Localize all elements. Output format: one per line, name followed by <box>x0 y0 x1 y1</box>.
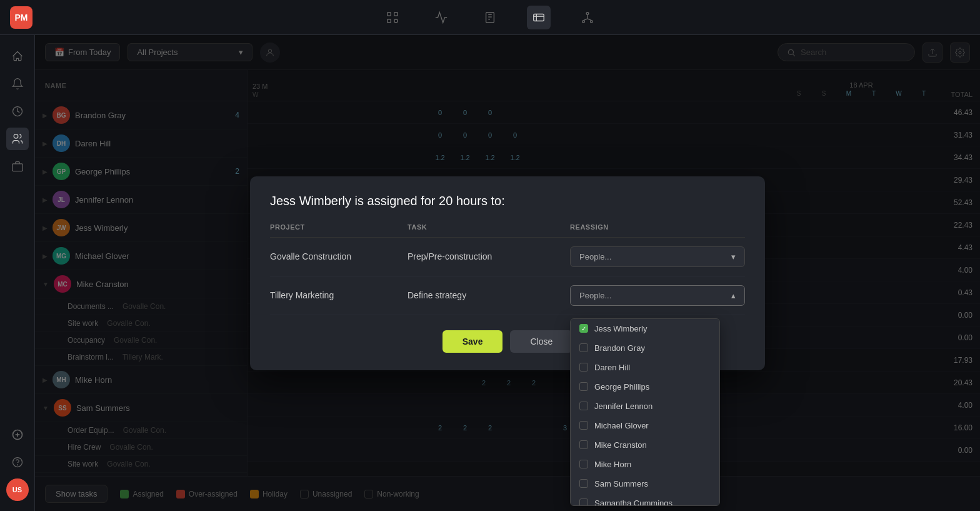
svg-point-23 <box>12 458 22 467</box>
dropdown-person-name: Samantha Cummings <box>594 498 672 506</box>
modal-reassign-1: People... ▾ <box>570 237 745 276</box>
svg-rect-2 <box>388 19 391 23</box>
checkbox-brandon[interactable] <box>579 343 588 352</box>
link-nav-icon[interactable] <box>527 6 551 29</box>
checkbox-michael[interactable] <box>579 421 588 430</box>
svg-line-16 <box>588 18 591 20</box>
modal-row-govalle: Govalle Construction Prep/Pre-constructi… <box>270 237 745 276</box>
svg-point-24 <box>17 465 18 465</box>
svg-rect-19 <box>12 164 22 171</box>
people-dropdown-1[interactable]: People... ▾ <box>570 246 745 267</box>
modal-row-tillery: Tillery Marketing Define strategy People… <box>270 276 745 315</box>
dropdown-item-brandon[interactable]: Brandon Gray <box>571 338 719 358</box>
chevron-up-icon: ▴ <box>731 291 736 300</box>
task-header: TASK <box>408 223 570 238</box>
checkbox-mikec[interactable] <box>579 440 588 449</box>
dropdown-item-daren[interactable]: Daren Hill <box>571 358 719 377</box>
dropdown-item-george[interactable]: George Phillips <box>571 377 719 397</box>
svg-point-18 <box>14 134 18 139</box>
people-dropdown-list: ✓ Jess Wimberly Brandon Gray <box>570 318 720 506</box>
clipboard-nav-icon[interactable] <box>478 6 502 29</box>
checkbox-jess[interactable]: ✓ <box>579 324 588 333</box>
dropdown-item-mikeh[interactable]: Mike Horn <box>571 455 719 474</box>
scan-nav-icon[interactable] <box>381 6 404 29</box>
modal-overlay[interactable]: Jess Wimberly is assigned for 20 hours t… <box>35 35 980 511</box>
modal-table: PROJECT TASK REASSIGN Govalle Constructi… <box>270 223 745 315</box>
content-area: 📅 From Today All Projects ▾ <box>35 35 980 511</box>
structure-nav-icon[interactable] <box>576 6 599 29</box>
svg-rect-4 <box>486 12 494 23</box>
checkbox-jennifer[interactable] <box>579 402 588 410</box>
people-dropdown-2[interactable]: People... ▴ <box>570 285 745 306</box>
close-button[interactable]: Close <box>510 330 572 353</box>
modal-project-1: Govalle Construction <box>270 237 408 276</box>
dropdown-person-name: Daren Hill <box>594 363 630 372</box>
checkbox-sam[interactable] <box>579 479 588 488</box>
svg-rect-0 <box>388 12 391 16</box>
sidebar-icons: US <box>0 35 35 511</box>
sidebar-home-icon[interactable] <box>6 45 29 68</box>
sidebar-briefcase-icon[interactable] <box>6 155 29 178</box>
sidebar-avatar[interactable]: US <box>6 478 29 501</box>
dropdown-person-name: Sam Summers <box>594 479 648 488</box>
dropdown-label-1: People... <box>579 252 611 261</box>
dropdown-item-sam[interactable]: Sam Summers <box>571 474 719 493</box>
chevron-down-icon: ▾ <box>731 252 736 261</box>
dropdown-person-name: Mike Cranston <box>594 440 647 450</box>
sidebar-add-icon[interactable] <box>6 423 29 446</box>
checkbox-daren[interactable] <box>579 363 588 372</box>
dropdown-item-jess[interactable]: ✓ Jess Wimberly <box>571 319 719 338</box>
dropdown-person-name: Michael Glover <box>594 421 649 430</box>
analytics-nav-icon[interactable] <box>429 6 453 29</box>
checkbox-samantha[interactable] <box>579 498 588 506</box>
dropdown-person-name: Jess Wimberly <box>594 324 648 333</box>
dropdown-person-name: Brandon Gray <box>594 343 645 353</box>
checkbox-george[interactable] <box>579 382 588 391</box>
modal-project-2: Tillery Marketing <box>270 276 408 315</box>
sidebar-people-icon[interactable] <box>6 128 29 150</box>
svg-point-13 <box>591 20 593 23</box>
main-layout: US 📅 From Today All Projects ▾ <box>0 35 980 511</box>
svg-point-3 <box>394 19 398 23</box>
svg-point-11 <box>586 12 589 14</box>
svg-rect-1 <box>394 12 398 16</box>
modal-task-1: Prep/Pre-construction <box>408 237 570 276</box>
dropdown-person-name: Mike Horn <box>594 460 631 469</box>
modal-task-2: Define strategy <box>408 276 570 315</box>
dropdown-person-name: Jennifer Lennon <box>594 402 652 411</box>
modal-reassign-2: People... ▴ ✓ Jess Wimberly <box>570 276 745 315</box>
project-header: PROJECT <box>270 223 408 238</box>
dropdown-item-michael[interactable]: Michael Glover <box>571 416 719 435</box>
app-logo[interactable]: PM <box>10 6 32 29</box>
sidebar-notifications-icon[interactable] <box>6 73 29 95</box>
checkbox-mikeh[interactable] <box>579 460 588 468</box>
dropdown-item-jennifer[interactable]: Jennifer Lennon <box>571 397 719 416</box>
modal-title: Jess Wimberly is assigned for 20 hours t… <box>270 194 745 208</box>
dropdown-item-mikec[interactable]: Mike Cranston <box>571 435 719 455</box>
sidebar-clock-icon[interactable] <box>6 100 29 123</box>
svg-line-15 <box>584 18 588 20</box>
reassign-header: REASSIGN <box>570 223 745 238</box>
dropdown-person-name: George Phillips <box>594 382 649 392</box>
top-nav: PM <box>0 0 980 35</box>
dropdown-label-2: People... <box>579 291 611 300</box>
save-button[interactable]: Save <box>442 330 503 353</box>
dropdown-item-samantha[interactable]: Samantha Cummings <box>571 493 719 506</box>
modal-dialog: Jess Wimberly is assigned for 20 hours t… <box>250 176 765 370</box>
svg-rect-8 <box>534 14 544 21</box>
svg-point-12 <box>582 20 585 23</box>
sidebar-help-icon[interactable] <box>6 451 29 473</box>
